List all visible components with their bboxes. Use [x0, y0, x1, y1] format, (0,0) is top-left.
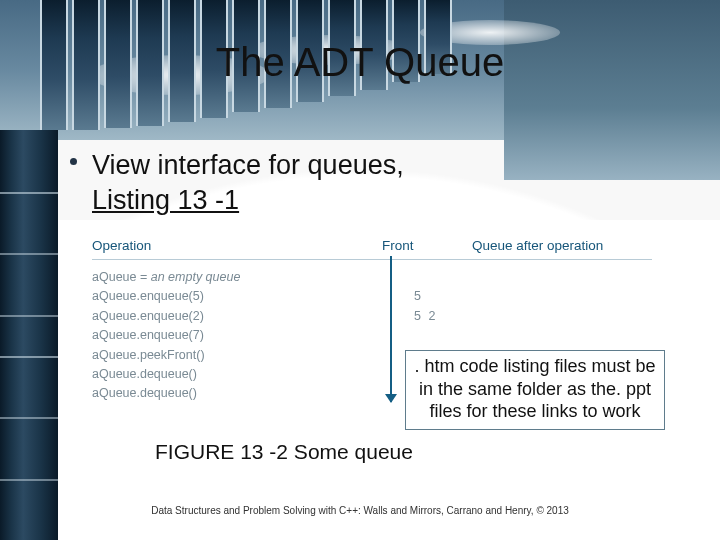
table-row: aQueue.enqueue(5) 5	[92, 287, 652, 306]
slide-footer: Data Structures and Problem Solving with…	[0, 505, 720, 516]
bullet-item: View interface for queues, Listing 13 -1	[92, 148, 404, 218]
col-operation: Operation	[92, 238, 382, 253]
bullet-text: View interface for queues,	[92, 150, 404, 180]
slide-title: The ADT Queue	[0, 40, 720, 85]
col-after: Queue after operation	[472, 238, 652, 253]
table-row: aQueue.enqueue(2) 5 2	[92, 307, 652, 326]
table-row: aQueue.enqueue(7)	[92, 326, 652, 345]
table-row: aQueue = an empty queue	[92, 268, 652, 287]
figure-caption: FIGURE 13 -2 Some queue	[155, 440, 413, 464]
bullet-dot-icon	[70, 158, 77, 165]
figure-header: Operation Front Queue after operation	[92, 234, 652, 260]
note-box: . htm code listing files must be in the …	[405, 350, 665, 430]
listing-link[interactable]: Listing 13 -1	[92, 185, 239, 215]
col-front: Front	[382, 238, 472, 253]
